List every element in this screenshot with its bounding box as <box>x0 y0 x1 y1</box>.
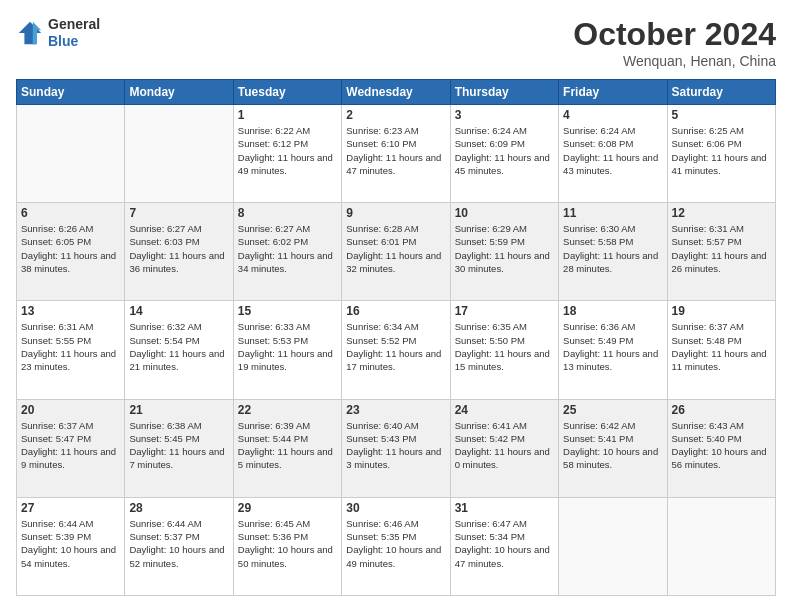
weekday-header-friday: Friday <box>559 80 667 105</box>
calendar-week-5: 27Sunrise: 6:44 AM Sunset: 5:39 PM Dayli… <box>17 497 776 595</box>
calendar-cell <box>125 105 233 203</box>
calendar-week-4: 20Sunrise: 6:37 AM Sunset: 5:47 PM Dayli… <box>17 399 776 497</box>
calendar-cell <box>667 497 775 595</box>
day-number: 4 <box>563 108 662 122</box>
calendar-cell: 14Sunrise: 6:32 AM Sunset: 5:54 PM Dayli… <box>125 301 233 399</box>
day-info: Sunrise: 6:37 AM Sunset: 5:48 PM Dayligh… <box>672 320 771 373</box>
day-info: Sunrise: 6:41 AM Sunset: 5:42 PM Dayligh… <box>455 419 554 472</box>
day-number: 9 <box>346 206 445 220</box>
day-info: Sunrise: 6:29 AM Sunset: 5:59 PM Dayligh… <box>455 222 554 275</box>
day-number: 31 <box>455 501 554 515</box>
page: General Blue October 2024 Wenquan, Henan… <box>0 0 792 612</box>
day-number: 20 <box>21 403 120 417</box>
day-info: Sunrise: 6:27 AM Sunset: 6:03 PM Dayligh… <box>129 222 228 275</box>
weekday-header-wednesday: Wednesday <box>342 80 450 105</box>
calendar-cell: 25Sunrise: 6:42 AM Sunset: 5:41 PM Dayli… <box>559 399 667 497</box>
calendar-cell: 18Sunrise: 6:36 AM Sunset: 5:49 PM Dayli… <box>559 301 667 399</box>
calendar-cell: 30Sunrise: 6:46 AM Sunset: 5:35 PM Dayli… <box>342 497 450 595</box>
day-number: 17 <box>455 304 554 318</box>
day-info: Sunrise: 6:24 AM Sunset: 6:08 PM Dayligh… <box>563 124 662 177</box>
day-number: 5 <box>672 108 771 122</box>
calendar-body: 1Sunrise: 6:22 AM Sunset: 6:12 PM Daylig… <box>17 105 776 596</box>
calendar-cell: 12Sunrise: 6:31 AM Sunset: 5:57 PM Dayli… <box>667 203 775 301</box>
day-info: Sunrise: 6:31 AM Sunset: 5:57 PM Dayligh… <box>672 222 771 275</box>
day-number: 13 <box>21 304 120 318</box>
day-number: 27 <box>21 501 120 515</box>
subtitle: Wenquan, Henan, China <box>573 53 776 69</box>
title-block: October 2024 Wenquan, Henan, China <box>573 16 776 69</box>
day-info: Sunrise: 6:36 AM Sunset: 5:49 PM Dayligh… <box>563 320 662 373</box>
day-info: Sunrise: 6:45 AM Sunset: 5:36 PM Dayligh… <box>238 517 337 570</box>
calendar-cell: 13Sunrise: 6:31 AM Sunset: 5:55 PM Dayli… <box>17 301 125 399</box>
day-info: Sunrise: 6:46 AM Sunset: 5:35 PM Dayligh… <box>346 517 445 570</box>
day-number: 6 <box>21 206 120 220</box>
day-number: 16 <box>346 304 445 318</box>
day-info: Sunrise: 6:44 AM Sunset: 5:39 PM Dayligh… <box>21 517 120 570</box>
calendar-cell: 4Sunrise: 6:24 AM Sunset: 6:08 PM Daylig… <box>559 105 667 203</box>
day-info: Sunrise: 6:22 AM Sunset: 6:12 PM Dayligh… <box>238 124 337 177</box>
calendar-cell <box>559 497 667 595</box>
day-info: Sunrise: 6:42 AM Sunset: 5:41 PM Dayligh… <box>563 419 662 472</box>
day-info: Sunrise: 6:34 AM Sunset: 5:52 PM Dayligh… <box>346 320 445 373</box>
calendar-cell: 8Sunrise: 6:27 AM Sunset: 6:02 PM Daylig… <box>233 203 341 301</box>
calendar-cell: 15Sunrise: 6:33 AM Sunset: 5:53 PM Dayli… <box>233 301 341 399</box>
calendar-cell: 7Sunrise: 6:27 AM Sunset: 6:03 PM Daylig… <box>125 203 233 301</box>
calendar-cell: 29Sunrise: 6:45 AM Sunset: 5:36 PM Dayli… <box>233 497 341 595</box>
weekday-header-saturday: Saturday <box>667 80 775 105</box>
day-info: Sunrise: 6:38 AM Sunset: 5:45 PM Dayligh… <box>129 419 228 472</box>
day-number: 23 <box>346 403 445 417</box>
calendar-cell: 20Sunrise: 6:37 AM Sunset: 5:47 PM Dayli… <box>17 399 125 497</box>
logo: General Blue <box>16 16 100 50</box>
calendar-cell: 17Sunrise: 6:35 AM Sunset: 5:50 PM Dayli… <box>450 301 558 399</box>
day-info: Sunrise: 6:24 AM Sunset: 6:09 PM Dayligh… <box>455 124 554 177</box>
day-info: Sunrise: 6:23 AM Sunset: 6:10 PM Dayligh… <box>346 124 445 177</box>
day-number: 2 <box>346 108 445 122</box>
logo-text: General Blue <box>48 16 100 50</box>
svg-marker-0 <box>19 22 41 44</box>
day-number: 26 <box>672 403 771 417</box>
calendar-cell: 24Sunrise: 6:41 AM Sunset: 5:42 PM Dayli… <box>450 399 558 497</box>
day-number: 14 <box>129 304 228 318</box>
day-number: 8 <box>238 206 337 220</box>
day-number: 11 <box>563 206 662 220</box>
day-info: Sunrise: 6:40 AM Sunset: 5:43 PM Dayligh… <box>346 419 445 472</box>
day-number: 25 <box>563 403 662 417</box>
day-number: 7 <box>129 206 228 220</box>
month-title: October 2024 <box>573 16 776 53</box>
day-info: Sunrise: 6:26 AM Sunset: 6:05 PM Dayligh… <box>21 222 120 275</box>
day-info: Sunrise: 6:47 AM Sunset: 5:34 PM Dayligh… <box>455 517 554 570</box>
weekday-header-sunday: Sunday <box>17 80 125 105</box>
calendar-cell: 10Sunrise: 6:29 AM Sunset: 5:59 PM Dayli… <box>450 203 558 301</box>
calendar-cell: 16Sunrise: 6:34 AM Sunset: 5:52 PM Dayli… <box>342 301 450 399</box>
calendar-cell: 28Sunrise: 6:44 AM Sunset: 5:37 PM Dayli… <box>125 497 233 595</box>
day-number: 21 <box>129 403 228 417</box>
logo-icon <box>16 19 44 47</box>
day-number: 19 <box>672 304 771 318</box>
weekday-header-monday: Monday <box>125 80 233 105</box>
day-number: 30 <box>346 501 445 515</box>
day-number: 12 <box>672 206 771 220</box>
calendar-cell: 9Sunrise: 6:28 AM Sunset: 6:01 PM Daylig… <box>342 203 450 301</box>
day-info: Sunrise: 6:32 AM Sunset: 5:54 PM Dayligh… <box>129 320 228 373</box>
day-info: Sunrise: 6:43 AM Sunset: 5:40 PM Dayligh… <box>672 419 771 472</box>
day-number: 1 <box>238 108 337 122</box>
day-number: 18 <box>563 304 662 318</box>
calendar-cell: 23Sunrise: 6:40 AM Sunset: 5:43 PM Dayli… <box>342 399 450 497</box>
weekday-header-tuesday: Tuesday <box>233 80 341 105</box>
calendar-table: SundayMondayTuesdayWednesdayThursdayFrid… <box>16 79 776 596</box>
header: General Blue October 2024 Wenquan, Henan… <box>16 16 776 69</box>
day-info: Sunrise: 6:30 AM Sunset: 5:58 PM Dayligh… <box>563 222 662 275</box>
calendar-cell: 21Sunrise: 6:38 AM Sunset: 5:45 PM Dayli… <box>125 399 233 497</box>
day-info: Sunrise: 6:25 AM Sunset: 6:06 PM Dayligh… <box>672 124 771 177</box>
day-number: 28 <box>129 501 228 515</box>
day-info: Sunrise: 6:31 AM Sunset: 5:55 PM Dayligh… <box>21 320 120 373</box>
calendar-cell: 27Sunrise: 6:44 AM Sunset: 5:39 PM Dayli… <box>17 497 125 595</box>
day-info: Sunrise: 6:37 AM Sunset: 5:47 PM Dayligh… <box>21 419 120 472</box>
calendar-cell: 6Sunrise: 6:26 AM Sunset: 6:05 PM Daylig… <box>17 203 125 301</box>
day-info: Sunrise: 6:35 AM Sunset: 5:50 PM Dayligh… <box>455 320 554 373</box>
day-info: Sunrise: 6:33 AM Sunset: 5:53 PM Dayligh… <box>238 320 337 373</box>
calendar-week-3: 13Sunrise: 6:31 AM Sunset: 5:55 PM Dayli… <box>17 301 776 399</box>
calendar-cell: 2Sunrise: 6:23 AM Sunset: 6:10 PM Daylig… <box>342 105 450 203</box>
day-number: 3 <box>455 108 554 122</box>
calendar-cell: 1Sunrise: 6:22 AM Sunset: 6:12 PM Daylig… <box>233 105 341 203</box>
